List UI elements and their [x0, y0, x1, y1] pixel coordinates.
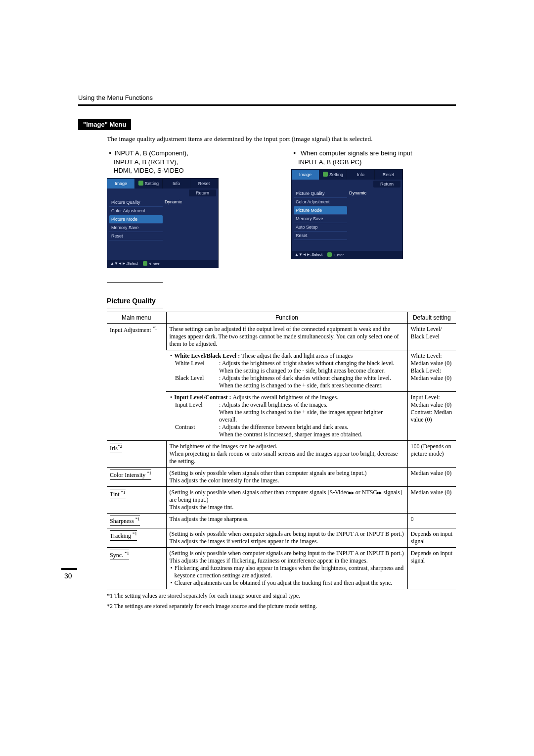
- osd-tab-image: Image: [292, 170, 319, 180]
- osd-screenshot-left: Image Setting Info Reset Return Picture …: [107, 178, 219, 268]
- header-rule: [78, 104, 456, 106]
- page-number: 30: [64, 572, 72, 580]
- subsection-title: Picture Quality: [107, 297, 156, 306]
- osd-item-selected: Picture Mode: [109, 215, 163, 224]
- osd-tab-info: Info: [163, 179, 190, 189]
- osd-return-btn: Return: [189, 189, 216, 196]
- th-default: Default setting: [407, 312, 456, 323]
- osd-return-btn: Return: [373, 181, 400, 188]
- osd-tab-info: Info: [347, 170, 375, 180]
- func-colorintensity: (Setting is only possible when signals o…: [166, 467, 407, 486]
- def-iris: 100 (Depends on picture mode): [407, 440, 456, 467]
- right-input-label: When computer signals are being input IN…: [291, 149, 456, 166]
- func-sharpness: This adjusts the image sharpness.: [166, 513, 407, 528]
- footnote-1: *1 The setting values are stored separat…: [107, 592, 456, 600]
- main-tracking: Tracking *1: [107, 528, 166, 547]
- osd-tab-reset: Reset: [375, 170, 402, 180]
- main-tint: Tint *1: [107, 486, 166, 513]
- gear-icon: [323, 172, 328, 177]
- def-sync: Depends on input signal: [407, 547, 456, 589]
- osd-item-selected: Picture Mode: [294, 206, 347, 215]
- osd-item: Auto Setup: [294, 223, 347, 232]
- func-tracking: (Setting is only possible when computer …: [166, 528, 407, 547]
- osd-footer-enter: :Enter: [143, 261, 159, 266]
- picture-quality-table: Main menu Function Default setting Input…: [107, 312, 456, 589]
- osd-item: Color Adjustment: [109, 207, 163, 215]
- main-iris: Iris*2: [107, 440, 166, 467]
- osd-item: Color Adjustment: [294, 198, 347, 206]
- main-sync: Sync. *1: [107, 547, 166, 589]
- def-tint: Median value (0): [407, 486, 456, 513]
- osd-screenshot-right: Image Setting Info Reset Return Picture …: [291, 169, 403, 259]
- osd-tab-settings: Setting: [135, 179, 163, 189]
- page-number-mark: [61, 568, 77, 570]
- osd-item: Picture Quality: [294, 189, 347, 198]
- footnote-2: *2 The settings are stored separately fo…: [107, 603, 456, 610]
- th-function: Function: [166, 312, 407, 323]
- osd-item: Picture Quality: [109, 198, 163, 207]
- func-iris: The brightness of the images can be adju…: [166, 440, 407, 467]
- osd-selected-value: Dynamic: [347, 189, 400, 240]
- main-colorintensity: Color Intensity *1: [107, 467, 166, 486]
- osd-footer-select: ▲▼◄►:Select: [110, 261, 138, 266]
- osd-tab-image: Image: [107, 179, 135, 189]
- page-header: Using the Menu Functions: [78, 94, 456, 101]
- section-intro: The image quality adjustment items are d…: [107, 135, 456, 143]
- gear-icon: [138, 181, 143, 186]
- osd-item: Reset: [109, 232, 163, 240]
- osd-item: Reset: [294, 232, 347, 240]
- def-colorintensity: Median value (0): [407, 467, 456, 486]
- th-main: Main menu: [107, 312, 166, 323]
- osd-selected-value: Dynamic: [163, 198, 216, 240]
- func-wb: White Level/Black Level : These adjust t…: [166, 350, 407, 391]
- link-icon: ▸▸: [349, 490, 354, 495]
- osd-item: Memory Save: [294, 215, 347, 223]
- def-sharpness: 0: [407, 513, 456, 528]
- def-tracking: Depends on input signal: [407, 528, 456, 547]
- osd-item: Memory Save: [109, 224, 163, 232]
- enter-icon: [327, 252, 332, 257]
- osd-footer-enter: :Enter: [327, 252, 344, 257]
- left-input-label: INPUT A, B (Component), INPUT A, B (RGB …: [107, 149, 271, 175]
- osd-tab-settings: Setting: [319, 170, 347, 180]
- main-input-adjustment: Input Adjustment *1: [107, 323, 166, 440]
- def-wb: White Level: Median value (0) Black Leve…: [407, 350, 456, 391]
- def-input-adj-top: White Level/ Black Level: [407, 323, 456, 350]
- link-icon: ▸▸: [377, 490, 382, 495]
- func-ic: Input Level/Contrast : Adjusts the overa…: [166, 391, 407, 440]
- main-sharpness: Sharpness *1: [107, 513, 166, 528]
- enter-icon: [143, 261, 147, 266]
- def-ic: Input Level: Median value (0) Contrast: …: [407, 391, 456, 440]
- func-tint: (Setting is only possible when signals o…: [166, 486, 407, 513]
- func-sync: (Setting is only possible when computer …: [166, 547, 407, 589]
- osd-tab-reset: Reset: [190, 179, 218, 189]
- section-title: "Image" Menu: [78, 119, 131, 130]
- func-input-adj-intro: These settings can be adjusted if the ou…: [166, 323, 407, 350]
- osd-footer-select: ▲▼◄►:Select: [295, 252, 322, 257]
